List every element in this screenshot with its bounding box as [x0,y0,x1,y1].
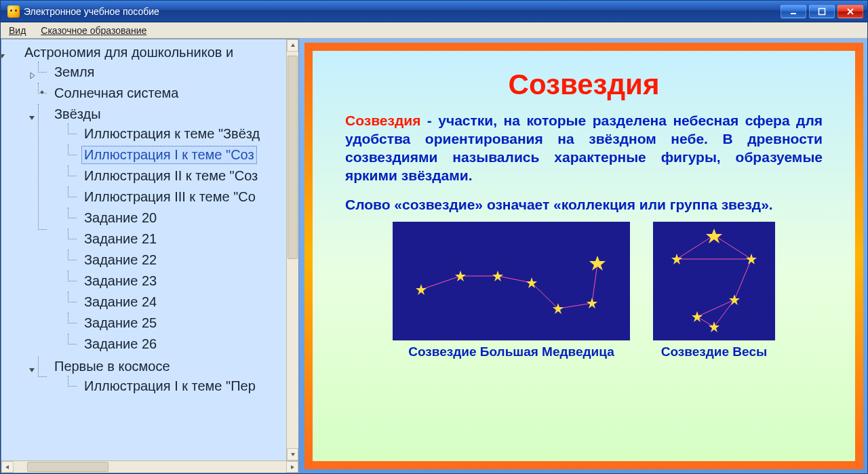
expander-open-icon[interactable] [1,47,7,56]
scroll-track[interactable] [287,52,298,448]
tree-root-label[interactable]: Астрономия для дошкольников и [22,43,236,62]
content-panel: Созвездия Созвездия - участки, на которы… [299,39,867,473]
tree-body: Астрономия для дошкольников и Земля Солн [1,39,298,460]
figure-caption: Созвездие Весы [653,344,775,359]
tree-item[interactable]: Задание 22 [68,250,298,271]
tree-item[interactable]: Задание 20 [68,208,298,229]
menu-education[interactable]: Сказочное образование [37,24,151,37]
figure-caption: Созвездие Большая Медведица [393,344,630,359]
tree-item[interactable]: Иллюстрация III к теме "Со [68,186,298,208]
scroll-thumb[interactable] [27,462,108,472]
constellation-libra-icon [653,222,775,340]
scroll-left-icon[interactable] [1,461,14,473]
scroll-thumb[interactable] [288,56,298,259]
horizontal-scrollbar[interactable] [1,460,298,473]
figure-libra: Созвездие Весы [653,222,775,359]
scroll-track[interactable] [14,461,286,473]
client-area: Астрономия для дошкольников и Земля Солн [1,39,867,473]
tree-item[interactable]: Задание 25 [68,313,298,334]
tree-item[interactable]: Задание 24 [68,292,298,313]
maximize-button[interactable] [809,5,835,18]
tree-item-selected[interactable]: Иллюстрация I к теме "Соз [68,144,298,165]
minimize-button[interactable] [781,5,806,18]
tree-item-first[interactable]: Первые в космосе Иллюстрация I к теме "П… [38,356,298,398]
tree-item[interactable]: Задание 26 [68,334,298,355]
app-icon [7,5,20,18]
svg-rect-0 [791,13,796,14]
page-frame: Созвездия Созвездия - участки, на которы… [304,43,863,469]
titlebar: Электронное учебное пособие [1,1,867,22]
bullet-icon [40,90,44,94]
tree-item[interactable]: Иллюстрация к теме "Звёзд [68,123,298,144]
tree-item[interactable]: Иллюстрация I к теме "Пер [68,376,298,397]
tree-item-earth[interactable]: Земля [38,62,298,83]
window-buttons [781,5,863,18]
expander-open-icon[interactable] [28,109,37,117]
tree-item[interactable]: Задание 23 [68,271,298,292]
window-title: Электронное учебное пособие [24,6,159,17]
menu-view[interactable]: Вид [5,24,30,37]
scroll-up-icon[interactable] [287,39,298,52]
figures-row: Созвездие Большая Медведица [345,222,823,359]
expander-closed-icon[interactable] [28,67,37,75]
paragraph-1: Созвездия - участки, на которые разделен… [345,112,823,185]
tree-item-stars[interactable]: Звёзды Иллюстрация к теме "Звёзд Иллюстр… [38,104,298,356]
vertical-scrollbar[interactable] [286,39,298,460]
scroll-right-icon[interactable] [286,461,298,473]
close-button[interactable] [837,5,863,18]
svg-rect-1 [819,8,825,14]
lead-word: Созвездия [345,113,420,128]
tree-root[interactable]: Астрономия для дошкольников и Земля Солн [8,42,298,399]
page-inner: Созвездия Созвездия - участки, на которы… [313,51,855,461]
tree-item[interactable]: Иллюстрация II к теме "Соз [68,165,298,186]
svg-rect-2 [393,222,630,340]
page-title: Созвездия [345,68,823,101]
app-window: Электронное учебное пособие Вид Сказочно… [0,0,868,474]
figure-big-dipper: Созвездие Большая Медведица [393,222,630,359]
paragraph-2: Слово «созвездие» означает «коллекция ил… [345,196,823,214]
tree-item[interactable]: Задание 21 [68,229,298,250]
scroll-down-icon[interactable] [287,448,298,460]
constellation-big-dipper-icon [393,222,630,340]
tree-panel: Астрономия для дошкольников и Земля Солн [1,39,299,473]
tree-item-solar[interactable]: Солнечная система [38,83,298,104]
menubar: Вид Сказочное образование [1,22,867,39]
expander-open-icon[interactable] [28,361,37,370]
